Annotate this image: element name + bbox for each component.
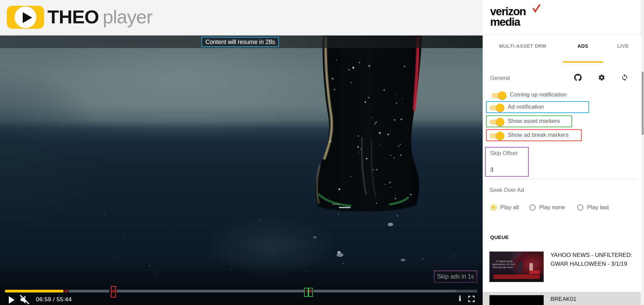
video-surface[interactable]: Content will resume in 28s Skip ads in 1… bbox=[0, 36, 483, 305]
skip-offset-input-underline bbox=[489, 179, 637, 179]
verizon-media-logo: verizon media bbox=[483, 0, 641, 35]
verizon-check-icon bbox=[532, 4, 541, 13]
app-root: THEO player bbox=[0, 0, 644, 305]
seek-bar[interactable] bbox=[5, 290, 477, 292]
progress-played bbox=[5, 290, 63, 292]
info-icon[interactable]: i bbox=[457, 294, 463, 303]
queue-item-title: BREAK01 bbox=[550, 296, 577, 303]
radio-play-last[interactable] bbox=[577, 204, 583, 211]
player-header: THEO player bbox=[0, 0, 483, 36]
skip-offset-input[interactable]: 3 bbox=[490, 167, 493, 173]
ad-break-segment bbox=[63, 290, 69, 292]
radio-play-none[interactable] bbox=[529, 204, 536, 211]
github-icon[interactable] bbox=[574, 74, 582, 81]
control-bar-shade bbox=[0, 261, 483, 305]
play-icon[interactable] bbox=[9, 296, 15, 304]
theoplayer-logo-text-2: player bbox=[103, 7, 153, 26]
muted-volume-icon[interactable] bbox=[19, 294, 30, 305]
video-player: THEO player bbox=[0, 0, 483, 305]
progress-tail bbox=[456, 290, 477, 292]
toggle-ad-notification[interactable]: Ad notification bbox=[486, 101, 589, 113]
queue-item[interactable]: ..to regular guest appearances on Fox's … bbox=[483, 248, 641, 285]
switch-on[interactable] bbox=[489, 104, 504, 111]
asset-marker-outline bbox=[304, 288, 308, 297]
tab-ads[interactable]: ADS bbox=[563, 43, 603, 55]
tab-multi-asset-drm[interactable]: MULTI-ASSET DRM bbox=[483, 43, 563, 55]
switch-on[interactable] bbox=[489, 118, 504, 126]
time-display: 06:59 / 55:44 bbox=[36, 296, 72, 303]
control-sidebar: verizon media MULTI-ASSET DRM ADS LIVE G… bbox=[483, 0, 644, 305]
theoplayer-logo-icon bbox=[7, 6, 44, 29]
switch-on[interactable] bbox=[491, 92, 506, 99]
toggle-show-asset-markers[interactable]: Show asset markers bbox=[486, 115, 572, 127]
general-section-label: General bbox=[490, 75, 510, 81]
queue-item-thumbnail: ..to regular guest appearances on Fox's … bbox=[489, 252, 544, 282]
asset-marker-outline bbox=[308, 288, 313, 297]
settings-gear-icon[interactable] bbox=[598, 74, 605, 81]
ad-break-marker-outline bbox=[111, 286, 116, 298]
content-resume-notification: Content will resume in 28s bbox=[201, 37, 279, 47]
skip-offset-label: Skip Offset bbox=[490, 150, 517, 156]
queue-item-active[interactable]: BREAK01 bbox=[483, 292, 641, 305]
toggle-show-ad-break-markers[interactable]: Show ad break markers bbox=[486, 129, 582, 141]
scrollbar-thumb[interactable] bbox=[642, 72, 644, 135]
sync-refresh-icon[interactable] bbox=[621, 74, 628, 81]
thumbnail-caption: ..to regular guest appearances on Fox's … bbox=[491, 260, 516, 269]
radio-play-all[interactable] bbox=[490, 204, 497, 211]
theoplayer-logo-text: THEO bbox=[47, 7, 99, 26]
queue-section-label: QUEUE bbox=[490, 234, 509, 240]
toggle-coming-up-notification[interactable]: Coming up notification bbox=[489, 90, 590, 101]
fullscreen-icon[interactable] bbox=[468, 296, 475, 302]
switch-on[interactable] bbox=[489, 132, 504, 139]
queue-item-title: YAHOO NEWS - UNFILTERED: GWAR HALLOWEEN … bbox=[550, 251, 635, 268]
queue-item-thumbnail bbox=[489, 295, 544, 305]
tab-live[interactable]: LIVE bbox=[603, 43, 643, 55]
sidebar-scrollbar[interactable] bbox=[641, 0, 644, 305]
active-tab-indicator bbox=[563, 61, 603, 63]
seek-over-ad-label: Seek Over Ad bbox=[489, 187, 524, 193]
